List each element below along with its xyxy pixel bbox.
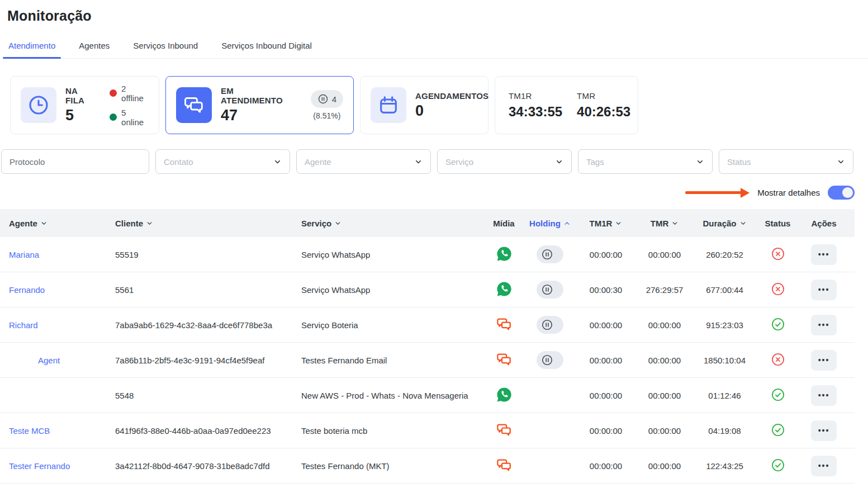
- col-header-servico[interactable]: Serviço: [301, 219, 483, 228]
- tmr-value: 40:26:53: [577, 104, 630, 120]
- agent-link[interactable]: Richard: [9, 320, 38, 330]
- sort-down-icon: [739, 220, 747, 227]
- table-row: Teste MCB 641f96f3-88e0-446b-a0aa-0a97ed…: [0, 413, 855, 448]
- whatsapp-icon: [496, 386, 513, 405]
- client-cell: 7a86b11b-2bf5-4e3c-9191-94cf4e5f9eaf: [115, 356, 301, 365]
- stat-cards: NA FILA 5 2 offline 5 online EM ATENDIME…: [10, 76, 868, 134]
- row-actions-button[interactable]: •••: [811, 244, 837, 265]
- sort-down-icon: [615, 220, 622, 227]
- attendance-table: Agente Cliente Serviço Mídia Holding TM1…: [0, 209, 855, 484]
- row-actions-button[interactable]: •••: [811, 280, 837, 300]
- show-details-label: Mostrar detalhes: [757, 188, 820, 197]
- clock-icon: [21, 87, 56, 123]
- tmr-cell: 00:00:00: [637, 426, 692, 436]
- protocolo-input[interactable]: [10, 157, 141, 167]
- service-cell: New AWS - Prod - Whats - Nova Mensageria: [301, 391, 483, 400]
- card-tempos: TM1R 34:33:55 TMR 40:26:53: [495, 76, 638, 134]
- tmr-cell: 00:00:00: [637, 320, 692, 330]
- row-actions-button[interactable]: •••: [811, 350, 837, 371]
- table-row: 5548 New AWS - Prod - Whats - Nova Mensa…: [0, 378, 855, 413]
- status-ok-icon: [771, 317, 785, 333]
- table-row: Tester Fernando 3a42112f-8b0d-4647-9078-…: [0, 448, 855, 484]
- status-ok-icon: [771, 423, 785, 439]
- table-row: Fernando 5561 Serviço WhatsApp 00:00:30 …: [0, 272, 855, 308]
- holding-pause-button[interactable]: [537, 351, 563, 369]
- chat-bubbles-icon: [496, 316, 513, 334]
- holding-pause-button[interactable]: [537, 316, 563, 334]
- chat-bubbles-icon: [176, 87, 212, 123]
- agent-link[interactable]: Agent: [9, 356, 60, 365]
- queue-legend: 2 offline 5 online: [110, 84, 149, 127]
- service-cell: Testes Fernando (MKT): [301, 461, 483, 471]
- table-row: Agent 7a86b11b-2bf5-4e3c-9191-94cf4e5f9e…: [0, 343, 855, 378]
- agent-link[interactable]: Fernando: [9, 285, 45, 295]
- duration-cell: 04:19:08: [692, 426, 757, 436]
- tm1r-cell: 00:00:00: [575, 391, 637, 400]
- row-actions-button[interactable]: •••: [811, 420, 837, 441]
- status-ok-icon: [771, 458, 785, 474]
- holding-pause-button[interactable]: [537, 281, 563, 299]
- tm1r-label: TM1R: [509, 91, 562, 101]
- row-actions-button[interactable]: •••: [811, 315, 837, 335]
- na-fila-value: 5: [65, 107, 97, 124]
- show-details-toggle[interactable]: [828, 186, 855, 200]
- agent-link[interactable]: Tester Fernando: [9, 461, 70, 471]
- chat-bubbles-icon: [496, 422, 513, 440]
- col-header-duracao[interactable]: Duração: [692, 219, 757, 228]
- service-cell: Serviço Boteria: [301, 320, 483, 330]
- col-header-cliente[interactable]: Cliente: [115, 219, 301, 228]
- card-na-fila[interactable]: NA FILA 5 2 offline 5 online: [10, 76, 159, 134]
- agent-link[interactable]: Mariana: [9, 250, 39, 259]
- online-count: 5 online: [121, 108, 149, 127]
- tmr-cell: 00:00:00: [637, 391, 692, 400]
- servico-filter[interactable]: Serviço: [437, 149, 572, 174]
- card-em-atendimento[interactable]: EM ATENDIMENTO 47 4 (8.51%): [165, 76, 354, 134]
- em-atendimento-label: EM ATENDIMENTO: [221, 86, 296, 105]
- status-error-icon: [771, 352, 785, 368]
- tab-agentes[interactable]: Agentes: [78, 37, 111, 58]
- row-actions-button[interactable]: •••: [811, 385, 837, 406]
- col-header-agente[interactable]: Agente: [0, 219, 115, 228]
- protocolo-filter[interactable]: [1, 149, 149, 174]
- card-agendamentos[interactable]: AGENDAMENTOS 0: [360, 76, 488, 134]
- agendamentos-label: AGENDAMENTOS: [415, 91, 488, 101]
- agendamentos-value: 0: [415, 102, 488, 120]
- status-filter[interactable]: Status: [719, 149, 853, 174]
- row-actions-button[interactable]: •••: [811, 456, 837, 476]
- client-cell: 7aba9ab6-1629-4c32-8aa4-dce6f778be3a: [115, 320, 301, 330]
- tab-bar: Atendimento Agentes Serviços Inbound Ser…: [7, 37, 868, 59]
- agent-link[interactable]: Teste MCB: [9, 426, 50, 436]
- contato-filter[interactable]: Contato: [155, 149, 290, 174]
- paused-count: 4: [332, 94, 336, 104]
- client-cell: 3a42112f-8b0d-4647-9078-31be8adc7dfd: [115, 461, 301, 471]
- tab-servicos-inbound[interactable]: Serviços Inbound: [132, 37, 199, 58]
- tm1r-cell: 00:00:00: [575, 320, 637, 330]
- offline-dot: [110, 89, 117, 97]
- service-cell: Teste boteria mcb: [301, 426, 483, 436]
- annotation-arrow: [685, 188, 750, 198]
- holding-pause-button[interactable]: [537, 245, 563, 263]
- col-header-tm1r[interactable]: TM1R: [575, 219, 637, 228]
- agente-filter[interactable]: Agente: [296, 149, 431, 174]
- service-cell: Serviço WhatsApp: [301, 285, 483, 295]
- tab-servicos-inbound-digital[interactable]: Serviços Inbound Digital: [220, 37, 313, 58]
- tm1r-cell: 00:00:30: [575, 285, 637, 295]
- tab-atendimento[interactable]: Atendimento: [7, 37, 56, 58]
- chevron-down-icon: [414, 158, 423, 166]
- tmr-cell: 276:29:57: [637, 285, 692, 295]
- calendar-icon: [371, 87, 406, 123]
- chevron-down-icon: [696, 158, 704, 166]
- online-dot: [110, 113, 117, 121]
- paused-count-badge[interactable]: 4: [311, 90, 343, 108]
- offline-count: 2 offline: [121, 84, 149, 103]
- col-header-tmr[interactable]: TMR: [637, 219, 692, 228]
- duration-cell: 122:43:25: [692, 461, 757, 471]
- tm1r-cell: 00:00:00: [575, 356, 637, 365]
- tags-filter[interactable]: Tags: [578, 149, 713, 174]
- page-title: Monitoração: [7, 8, 868, 24]
- col-header-holding[interactable]: Holding: [525, 219, 575, 228]
- col-header-midia[interactable]: Mídia: [483, 219, 525, 228]
- chevron-down-icon: [837, 158, 845, 166]
- tmr-cell: 00:00:00: [637, 356, 692, 365]
- client-cell: 5561: [115, 285, 301, 295]
